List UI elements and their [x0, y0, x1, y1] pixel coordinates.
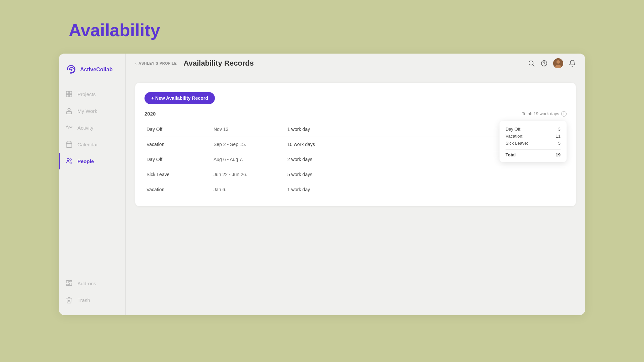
- svg-rect-4: [69, 94, 72, 97]
- logo-text: ActiveCollab: [80, 67, 113, 73]
- search-icon[interactable]: [528, 60, 535, 67]
- svg-rect-13: [66, 281, 69, 283]
- svg-rect-7: [66, 142, 72, 148]
- table-row: Vacation Jan 6. 1 work day: [144, 182, 567, 197]
- projects-icon: [65, 90, 73, 98]
- sidebar-label-my-work: My Work: [77, 108, 97, 114]
- sidebar-label-people: People: [77, 158, 94, 164]
- sidebar-nav: Projects My Work Activity: [59, 86, 125, 308]
- sidebar-item-projects[interactable]: Projects: [59, 86, 125, 102]
- svg-rect-15: [69, 283, 72, 285]
- page-title: Availability: [69, 20, 160, 40]
- sidebar-item-add-ons[interactable]: Add-ons: [59, 275, 125, 292]
- svg-rect-2: [69, 91, 72, 94]
- tooltip-day-off-label: Day Off:: [506, 127, 521, 132]
- calendar-icon: [65, 141, 73, 148]
- breadcrumb-chevron: ‹: [135, 61, 136, 66]
- tooltip-sick-leave-label: Sick Leave:: [506, 141, 528, 146]
- svg-line-18: [533, 65, 534, 66]
- record-type: Day Off: [144, 152, 212, 167]
- record-type: Sick Leave: [144, 167, 212, 182]
- sidebar-label-projects: Projects: [77, 91, 96, 97]
- tooltip-vacation-row: Vacation: 11: [506, 133, 561, 140]
- record-dates: Jan 6.: [212, 182, 285, 197]
- notifications-icon[interactable]: [569, 60, 576, 67]
- new-record-button[interactable]: + New Availability Record: [144, 92, 215, 104]
- sidebar: ActiveCollab Projects My Work: [59, 54, 126, 315]
- year-header: 2020 Total: 19 work days i Day Off: 3 Va…: [144, 111, 567, 117]
- trash-icon: [65, 296, 73, 304]
- tooltip-sick-leave-row: Sick Leave: 5: [506, 140, 561, 147]
- sidebar-label-calendar: Calendar: [77, 142, 98, 147]
- svg-point-12: [70, 159, 71, 160]
- topbar-title: Availability Records: [183, 59, 524, 68]
- record-duration: 1 work day: [285, 182, 567, 197]
- record-dates: Aug 6 - Aug 7.: [212, 152, 285, 167]
- tooltip-divider: [506, 149, 561, 150]
- sidebar-bottom: Add-ons Trash: [59, 268, 125, 308]
- people-icon: [65, 157, 73, 165]
- breadcrumb: ‹ Ashley's Profile: [135, 61, 177, 66]
- topbar: ‹ Ashley's Profile Availability Records: [126, 54, 585, 73]
- help-icon[interactable]: [540, 60, 548, 67]
- sidebar-label-add-ons: Add-ons: [77, 281, 96, 286]
- info-icon[interactable]: i: [561, 111, 567, 117]
- sidebar-label-activity: Activity: [77, 125, 94, 131]
- record-type: Vacation: [144, 182, 212, 197]
- record-dates: Nov 13.: [212, 122, 285, 137]
- svg-point-17: [529, 61, 533, 65]
- sidebar-item-activity[interactable]: Activity: [59, 119, 125, 136]
- topbar-actions: [528, 58, 576, 68]
- svg-rect-14: [69, 281, 72, 282]
- my-work-icon: [65, 107, 73, 115]
- activity-icon: [65, 124, 73, 131]
- main-content: ‹ Ashley's Profile Availability Records: [126, 54, 585, 315]
- svg-point-20: [544, 65, 544, 65]
- availability-card: + New Availability Record 2020 Total: 19…: [135, 83, 576, 206]
- tooltip-total-value: 19: [556, 152, 561, 157]
- add-ons-icon: [65, 280, 73, 287]
- svg-point-5: [68, 108, 70, 111]
- logo-icon: [65, 64, 77, 76]
- sidebar-item-my-work[interactable]: My Work: [59, 102, 125, 119]
- svg-rect-3: [66, 94, 69, 97]
- record-duration: 5 work days: [285, 167, 567, 182]
- tooltip-card: Day Off: 3 Vacation: 11 Sick Leave: 5: [500, 121, 567, 162]
- record-type: Vacation: [144, 137, 212, 152]
- sidebar-item-trash[interactable]: Trash: [59, 292, 125, 308]
- record-dates: Jun 22 - Jun 26.: [212, 167, 285, 182]
- total-text: Total: 19 work days: [522, 111, 559, 116]
- sidebar-item-people[interactable]: People: [59, 153, 125, 169]
- content-area: + New Availability Record 2020 Total: 19…: [126, 73, 585, 315]
- svg-rect-16: [66, 284, 69, 286]
- tooltip-day-off-row: Day Off: 3: [506, 126, 561, 133]
- sidebar-label-trash: Trash: [77, 297, 90, 303]
- svg-point-11: [67, 158, 69, 160]
- tooltip-day-off-value: 3: [558, 127, 561, 132]
- sidebar-logo: ActiveCollab: [59, 60, 125, 86]
- tooltip-sick-leave-value: 5: [558, 141, 561, 146]
- tooltip-vacation-label: Vacation:: [506, 134, 523, 139]
- svg-point-22: [557, 60, 560, 64]
- svg-rect-1: [66, 91, 69, 94]
- record-dates: Sep 2 - Sep 15.: [212, 137, 285, 152]
- user-avatar[interactable]: [553, 58, 563, 68]
- tooltip-total-row: Total 19: [506, 152, 561, 157]
- record-type: Day Off: [144, 122, 212, 137]
- tooltip-total-label: Total: [506, 152, 516, 157]
- sidebar-item-calendar[interactable]: Calendar: [59, 136, 125, 153]
- table-row: Sick Leave Jun 22 - Jun 26. 5 work days: [144, 167, 567, 182]
- total-label: Total: 19 work days i: [522, 111, 567, 117]
- tooltip-vacation-value: 11: [556, 134, 561, 139]
- year-label: 2020: [144, 111, 156, 117]
- svg-rect-6: [67, 112, 72, 114]
- breadcrumb-link[interactable]: Ashley's Profile: [138, 61, 177, 65]
- svg-point-0: [70, 69, 72, 71]
- app-container: ActiveCollab Projects My Work: [59, 54, 585, 315]
